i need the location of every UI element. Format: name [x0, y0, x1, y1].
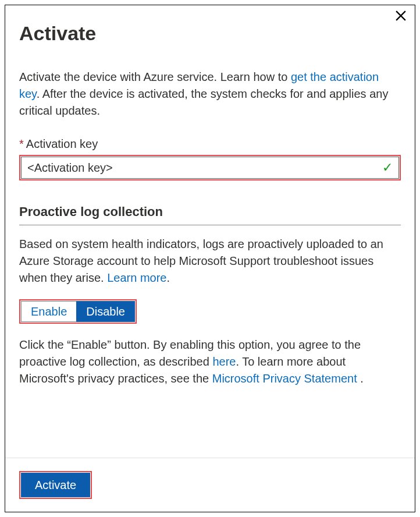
- enable-disable-toggle-highlight: Enable Disable: [19, 299, 137, 324]
- activation-key-label-text: Activation key: [26, 137, 98, 150]
- required-indicator: *: [19, 137, 24, 150]
- proactive-log-title: Proactive log collection: [19, 203, 401, 225]
- footer: Activate: [5, 458, 415, 512]
- privacy-statement-link[interactable]: Microsoft Privacy Statement: [212, 372, 357, 385]
- page-title: Activate: [19, 19, 401, 48]
- here-link[interactable]: here: [212, 355, 236, 368]
- activate-panel: Activate Activate the device with Azure …: [5, 5, 415, 512]
- desc-part2: .: [166, 271, 170, 284]
- enable-button[interactable]: Enable: [21, 301, 76, 322]
- activate-button[interactable]: Activate: [21, 473, 90, 497]
- desc-part1: Based on system health indicators, logs …: [19, 238, 383, 284]
- disable-button[interactable]: Disable: [76, 301, 135, 322]
- close-button[interactable]: [393, 9, 409, 25]
- intro-part1: Activate the device with Azure service. …: [19, 70, 291, 83]
- activation-key-value: <Activation key>: [27, 160, 378, 176]
- close-icon: [396, 9, 406, 26]
- proactive-log-desc: Based on system health indicators, logs …: [19, 236, 401, 286]
- agree-text: Click the “Enable” button. By enabling t…: [19, 337, 401, 387]
- learn-more-link[interactable]: Learn more: [107, 271, 166, 284]
- intro-text: Activate the device with Azure service. …: [19, 69, 401, 119]
- section-divider: [19, 225, 401, 225]
- activate-button-highlight: Activate: [19, 471, 92, 499]
- intro-part2: . After the device is activated, the sys…: [19, 87, 388, 117]
- activation-key-label: *Activation key: [19, 136, 401, 153]
- activation-key-highlight: <Activation key> ✓: [19, 155, 401, 180]
- activation-key-input[interactable]: <Activation key> ✓: [21, 157, 399, 179]
- agree-part3: .: [357, 372, 364, 385]
- checkmark-icon: ✓: [382, 158, 393, 177]
